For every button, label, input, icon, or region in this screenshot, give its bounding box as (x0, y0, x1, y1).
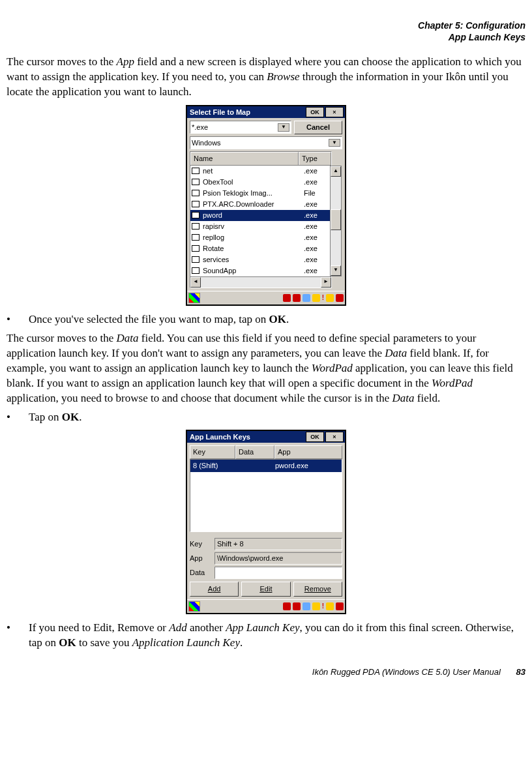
file-icon (192, 233, 201, 241)
app-label: App (190, 554, 211, 563)
tray-icon[interactable] (336, 602, 344, 610)
app-field[interactable]: \Windows\pword.exe (214, 552, 342, 565)
app-launch-keys-window: App Launch Keys OK × Key Data App 8 (Shi… (186, 430, 346, 614)
paragraph-1: The cursor moves to the App field and a … (7, 55, 525, 100)
taskbar: ! (187, 291, 345, 304)
taskbar: ! (187, 599, 345, 613)
tray-icon[interactable] (312, 602, 320, 610)
vertical-scrollbar[interactable]: ▲ ▼ (330, 166, 342, 276)
chevron-down-icon[interactable]: ▼ (278, 123, 289, 132)
file-row[interactable]: Psion Teklogix Imag...File (190, 188, 331, 199)
horizontal-scrollbar[interactable]: ◄ ► (190, 276, 331, 288)
tray-icon[interactable]: ! (322, 602, 324, 611)
scroll-right-icon[interactable]: ► (321, 277, 331, 288)
file-icon (192, 222, 201, 230)
col-key[interactable]: Key (190, 445, 235, 459)
file-icon (192, 267, 201, 275)
grid-row[interactable]: 8 (Shift) pword.exe (190, 460, 342, 472)
grid-header: Key Data App (190, 445, 342, 459)
file-icon (192, 178, 201, 186)
page-number: 83 (516, 667, 525, 677)
folder-combo[interactable]: Windows ▼ (190, 136, 342, 149)
tray-icon[interactable] (303, 602, 310, 610)
titlebar: App Launch Keys OK × (187, 431, 345, 443)
file-row[interactable]: pword.exe (190, 210, 331, 221)
file-row[interactable]: Rotate.exe (190, 243, 331, 254)
file-row[interactable]: PTX.ARC.Downloader.exe (190, 199, 331, 210)
file-icon (192, 200, 201, 208)
file-row[interactable]: net.exe (190, 166, 331, 177)
scroll-left-icon[interactable]: ◄ (190, 277, 201, 288)
edit-button[interactable]: Edit (241, 582, 290, 597)
file-row[interactable]: SoundApp.exe (190, 265, 331, 276)
tray-icon[interactable] (326, 294, 334, 302)
close-button[interactable]: × (325, 107, 344, 117)
scroll-down-icon[interactable]: ▼ (331, 265, 341, 276)
col-type[interactable]: Type (299, 152, 331, 165)
system-tray: ! (283, 602, 344, 611)
titlebar: Select File to Map OK × (187, 106, 345, 118)
window-title: App Launch Keys (190, 432, 304, 442)
file-icon (192, 256, 201, 263)
header-section: App Launch Keys (7, 31, 525, 43)
chevron-down-icon[interactable]: ▼ (329, 139, 340, 147)
bullet-item: • If you need to Edit, Remove or Add ano… (7, 621, 525, 651)
file-row[interactable]: ObexTool.exe (190, 177, 331, 188)
grid-body[interactable]: 8 (Shift) pword.exe (190, 459, 342, 532)
tray-icon[interactable] (293, 294, 301, 302)
page-footer: Ikôn Rugged PDA (Windows CE 5.0) User Ma… (7, 666, 525, 678)
file-icon (192, 167, 201, 175)
start-icon[interactable] (188, 293, 200, 303)
tray-icon[interactable] (326, 602, 334, 610)
close-button[interactable]: × (325, 432, 344, 442)
remove-button[interactable]: Remove (293, 582, 342, 597)
ok-button[interactable]: OK (306, 107, 324, 117)
add-button[interactable]: Add (190, 582, 239, 597)
tray-icon[interactable]: ! (322, 293, 324, 303)
file-row[interactable]: repllog.exe (190, 232, 331, 243)
header-chapter: Chapter 5: Configuration (7, 20, 525, 31)
scroll-up-icon[interactable]: ▲ (331, 166, 341, 177)
cancel-button[interactable]: Cancel (294, 121, 342, 134)
paragraph-2: The cursor moves to the Data field. You … (7, 331, 525, 406)
tray-icon[interactable] (303, 294, 310, 302)
col-data[interactable]: Data (235, 445, 274, 459)
filter-combo[interactable]: *.exe ▼ (190, 121, 291, 134)
file-list: Name Type net.exeObexTool.exePsion Teklo… (190, 151, 332, 288)
footer-text: Ikôn Rugged PDA (Windows CE 5.0) User Ma… (312, 667, 501, 677)
file-icon (192, 189, 201, 197)
tray-icon[interactable] (283, 294, 291, 302)
col-name[interactable]: Name (190, 152, 299, 165)
bullet-item: • Once you've selected the file you want… (7, 312, 525, 327)
key-label: Key (190, 539, 211, 549)
window-title: Select File to Map (190, 108, 304, 117)
tray-icon[interactable] (312, 294, 320, 302)
scroll-thumb[interactable] (331, 209, 341, 230)
page-header: Chapter 5: Configuration App Launch Keys (7, 20, 525, 43)
bullet-item: • Tap on OK. (7, 410, 525, 425)
start-icon[interactable] (188, 601, 200, 612)
file-row[interactable]: services.exe (190, 254, 331, 265)
select-file-window: Select File to Map OK × *.exe ▼ Cancel W… (186, 105, 346, 306)
data-field[interactable] (214, 567, 342, 579)
key-field[interactable]: Shift + 8 (214, 538, 342, 550)
data-label: Data (190, 568, 211, 578)
tray-icon[interactable] (293, 602, 301, 610)
system-tray: ! (283, 293, 344, 303)
ok-button[interactable]: OK (306, 432, 324, 442)
col-app[interactable]: App (274, 445, 342, 459)
tray-icon[interactable] (336, 294, 344, 302)
tray-icon[interactable] (283, 602, 291, 610)
file-icon (192, 211, 201, 219)
file-icon (192, 245, 201, 252)
file-row[interactable]: rapisrv.exe (190, 221, 331, 232)
